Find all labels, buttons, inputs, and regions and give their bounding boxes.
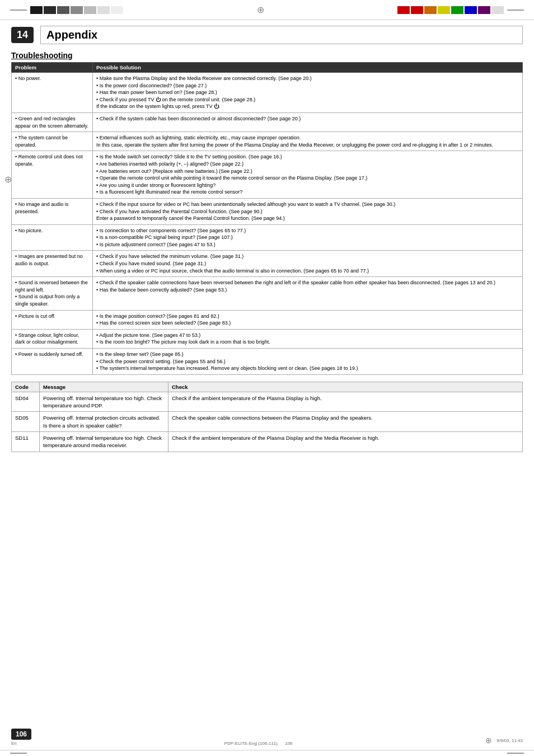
center-crosshair-top: ⊕ — [257, 3, 264, 16]
problem-cell: • Images are presented but no audio is o… — [12, 251, 93, 277]
solution-cell: • Check if the speaker cable connections… — [93, 277, 523, 310]
color-block — [451, 6, 463, 14]
table-row: • No picture.• Is connection to other co… — [12, 224, 523, 251]
color-block — [57, 6, 69, 14]
bottom-bar-left — [10, 753, 27, 754]
bottom-footer: 106 En PDP-ELITE-Eng (106-111) 106 ⊕ 9/9… — [11, 729, 523, 746]
bottom-bar — [0, 750, 534, 756]
solution-cell: • Adjust the picture tone. (See pages 47… — [93, 329, 523, 348]
top-left-line — [10, 10, 27, 11]
solution-cell: • Is the Mode switch set correctly? Slid… — [93, 151, 523, 199]
message-cell: Powering off. Internal protection circui… — [40, 412, 168, 432]
bottom-bar-right — [507, 753, 524, 754]
code-cell: SD04 — [12, 392, 40, 412]
code-table-row: SD04Powering off. Internal temperature t… — [12, 392, 523, 412]
table-row: • Sound is reversed between the right an… — [12, 277, 523, 310]
footer-lang: En — [11, 741, 17, 746]
solution-cell: • Is the sleep timer set? (See page 85.)… — [93, 349, 523, 375]
color-block — [97, 6, 110, 14]
code-cell: SD11 — [12, 431, 40, 452]
troubleshooting-table: Problem Possible Solution • No power.• M… — [11, 62, 523, 375]
solution-cell: • Is connection to other components corr… — [93, 224, 523, 251]
code-table-row: SD05Powering off. Internal protection ci… — [12, 412, 523, 432]
solution-cell: • Make sure the Plasma Display and the M… — [93, 73, 523, 113]
check-cell: Check if the ambient temperature of the … — [168, 431, 523, 452]
table-row: • No image and audio is presented.• Chec… — [12, 198, 523, 224]
problem-cell: • No picture. — [12, 224, 93, 251]
left-margin-crosshair: ⊕ — [4, 174, 12, 185]
color-block — [465, 6, 477, 14]
table-row: • Remote control unit does not operate.•… — [12, 151, 523, 199]
message-cell: Powering off. Internal temperature too h… — [40, 431, 168, 452]
chapter-number: 14 — [11, 27, 34, 43]
footer-date: 9/9/03, 11:43 — [496, 738, 523, 743]
color-block — [438, 6, 450, 14]
top-right-line — [507, 10, 524, 11]
color-block — [491, 6, 504, 14]
chapter-header: 14 Appendix — [0, 20, 534, 46]
color-block — [30, 6, 43, 14]
solution-cell: • Check if you have selected the minimum… — [93, 251, 523, 277]
col-header-code: Code — [12, 382, 40, 392]
color-block — [71, 6, 83, 14]
table-row: • Power is suddenly turned off.• Is the … — [12, 349, 523, 375]
color-block — [84, 6, 96, 14]
table-row: • Green and red rectangles appear on the… — [12, 112, 523, 132]
color-block — [397, 6, 410, 14]
center-crosshair-bottom: ⊕ — [485, 735, 492, 746]
problem-cell: • Green and red rectangles appear on the… — [12, 112, 93, 132]
bottom-right-line — [507, 753, 524, 754]
solution-cell: • Check if the input source for video or… — [93, 198, 523, 224]
page-number: 106 — [11, 729, 31, 740]
check-cell: Check the speaker cable connections betw… — [168, 412, 523, 432]
color-block — [44, 6, 56, 14]
footer-file-label: PDP-ELITE-Eng (106-111) 106 — [224, 741, 293, 746]
col-header-problem: Problem — [12, 63, 93, 73]
problem-cell: • Remote control unit does not operate. — [12, 151, 93, 199]
section-title: Troubleshooting — [0, 46, 534, 62]
col-header-solution: Possible Solution — [93, 63, 523, 73]
problem-cell: • No power. — [12, 73, 93, 113]
solution-cell: • External influences such as lightning,… — [93, 132, 523, 151]
code-table-row: SD11Powering off. Internal temperature t… — [12, 431, 523, 452]
color-block — [424, 6, 437, 14]
problem-cell: • No image and audio is presented. — [12, 198, 93, 224]
top-color-blocks-left — [30, 6, 123, 14]
problem-cell: • Picture is cut off. — [12, 310, 93, 329]
code-table: Code Message Check SD04Powering off. Int… — [11, 382, 523, 452]
table-row: • No power.• Make sure the Plasma Displa… — [12, 73, 523, 113]
table-row: • Picture is cut off.• Is the image posi… — [12, 310, 523, 329]
problem-cell: • The system cannot be operated. — [12, 132, 93, 151]
problem-cell: • Sound is reversed between the right an… — [12, 277, 93, 310]
top-bar: ⊕ — [0, 0, 534, 20]
col-header-message: Message — [40, 382, 168, 392]
problem-cell: • Power is suddenly turned off. — [12, 349, 93, 375]
code-cell: SD05 — [12, 412, 40, 432]
color-block — [411, 6, 423, 14]
problem-cell: • Strange colour, light colour, dark or … — [12, 329, 93, 348]
check-cell: Check if the ambient temperature of the … — [168, 392, 523, 412]
color-block — [478, 6, 490, 14]
solution-cell: • Is the image position correct? (See pa… — [93, 310, 523, 329]
color-block — [111, 6, 123, 14]
bottom-left-line — [10, 753, 27, 754]
col-header-check: Check — [168, 382, 523, 392]
table-row: • The system cannot be operated.• Extern… — [12, 132, 523, 151]
table-row: • Images are presented but no audio is o… — [12, 251, 523, 277]
solution-cell: • Check if the system cable has been dis… — [93, 112, 523, 132]
top-color-blocks-right — [397, 6, 504, 14]
table-row: • Strange colour, light colour, dark or … — [12, 329, 523, 348]
message-cell: Powering off. Internal temperature too h… — [40, 392, 168, 412]
chapter-title: Appendix — [40, 26, 523, 44]
